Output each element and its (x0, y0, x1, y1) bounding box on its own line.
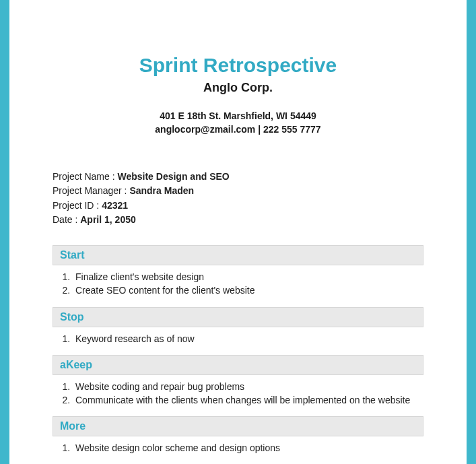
meta-value: Sandra Maden (129, 185, 194, 196)
document-page: Sprint Retrospective Anglo Corp. 401 E 1… (9, 0, 467, 464)
meta-date: Date : April 1, 2050 (53, 213, 423, 226)
section-heading-keep: aKeep (53, 355, 423, 375)
list-item: Keyword research as of now (73, 333, 423, 346)
list-item: Finalize client's website design (73, 271, 423, 284)
list-item: Communicate with the clients when change… (73, 394, 423, 407)
meta-label: Date : (53, 214, 80, 225)
page-title: Sprint Retrospective (53, 54, 423, 77)
section-heading-start: Start (53, 245, 423, 265)
company-name: Anglo Corp. (53, 81, 423, 95)
meta-label: Project ID : (53, 200, 102, 211)
page-border-right (467, 0, 476, 464)
list-item: Website design color scheme and design o… (73, 442, 423, 455)
meta-project-manager: Project Manager : Sandra Maden (53, 184, 423, 197)
section-heading-stop: Stop (53, 307, 423, 327)
page-border-left (0, 0, 9, 464)
company-contact: anglocorp@zmail.com | 222 555 7777 (53, 123, 423, 137)
list-item: Create SEO content for the client's webs… (73, 284, 423, 298)
section-list-keep: Website coding and repair bug problems C… (53, 375, 423, 412)
meta-value: 42321 (102, 200, 128, 211)
section-list-more: Website design color scheme and design o… (53, 436, 423, 461)
meta-project-id: Project ID : 42321 (53, 199, 423, 212)
section-heading-more: More (53, 416, 423, 436)
project-meta: Project Name : Website Design and SEO Pr… (53, 170, 423, 226)
retro-sections: Start Finalize client's website design C… (53, 245, 423, 464)
section-list-start: Finalize client's website design Create … (53, 265, 423, 302)
meta-value: Website Design and SEO (117, 171, 229, 182)
meta-value: April 1, 2050 (80, 214, 136, 225)
meta-label: Project Name : (53, 171, 117, 182)
meta-project-name: Project Name : Website Design and SEO (53, 170, 423, 183)
list-item: Website coding and repair bug problems (73, 380, 423, 394)
company-address: 401 E 18th St. Marshfield, WI 54449 (53, 110, 423, 123)
section-list-stop: Keyword research as of now (53, 327, 423, 352)
meta-label: Project Manager : (53, 185, 129, 196)
